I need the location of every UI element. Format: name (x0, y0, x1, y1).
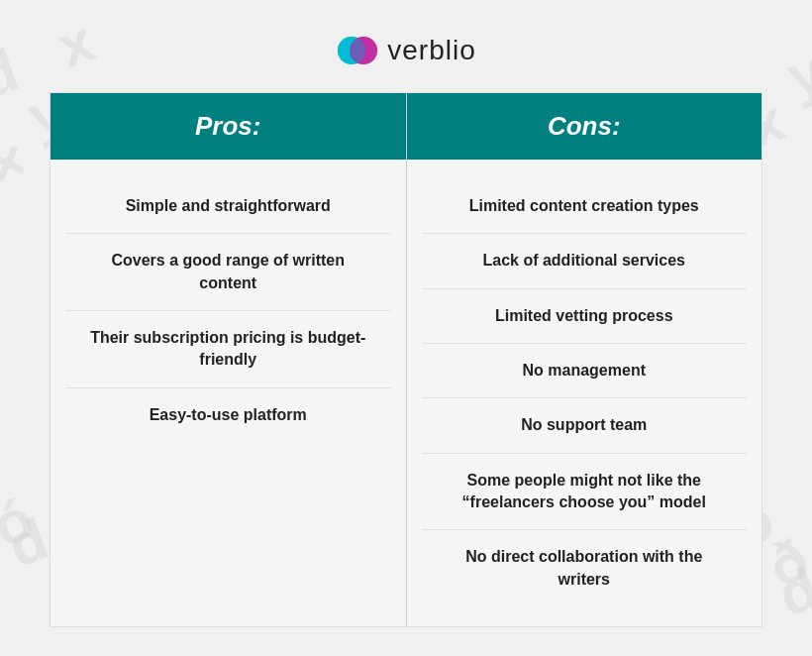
con-item-2: Lack of additional services (422, 234, 748, 288)
pros-column: Pros: Simple and straightforward Covers … (51, 93, 407, 627)
deco-char-7: ó (0, 485, 42, 561)
pros-cons-table: Pros: Simple and straightforward Covers … (50, 92, 762, 628)
con-item-4: No management (422, 344, 748, 398)
cons-header: Cons: (407, 93, 762, 160)
svg-point-3 (350, 37, 377, 64)
con-item-3: Limited vetting process (422, 289, 748, 344)
pro-item-4: Easy-to-use platform (65, 388, 391, 442)
pros-header-text: Pros: (195, 111, 260, 141)
con-item-7: No direct collaboration with the writers (422, 530, 748, 606)
deco-char-12: d (770, 554, 812, 630)
logo-area: verblio (336, 29, 475, 72)
main-container: verblio Pros: Simple and straightforward… (50, 29, 762, 628)
con-item-6: Some people might not like the “freelanc… (422, 454, 748, 531)
con-item-5: No support team (422, 398, 748, 453)
logo-text: verblio (387, 35, 475, 66)
cons-header-text: Cons: (548, 111, 621, 141)
pro-item-3: Their subscription pricing is budget-fri… (65, 311, 391, 388)
deco-char-8: y (778, 36, 812, 111)
cons-column: Cons: Limited content creation types Lac… (407, 93, 762, 627)
deco-char-5: d (0, 504, 56, 581)
deco-char-1: d (0, 36, 27, 112)
pro-item-2: Covers a good range of written content (65, 234, 391, 311)
deco-char-10: ð (761, 524, 812, 601)
deco-char-4: × (0, 125, 36, 201)
pros-header: Pros: (51, 93, 406, 160)
cons-body: Limited content creation types Lack of a… (407, 160, 762, 627)
pros-body: Simple and straightforward Covers a good… (51, 160, 406, 462)
logo-icon (336, 29, 379, 72)
con-item-1: Limited content creation types (422, 179, 748, 234)
pro-item-1: Simple and straightforward (65, 179, 391, 234)
